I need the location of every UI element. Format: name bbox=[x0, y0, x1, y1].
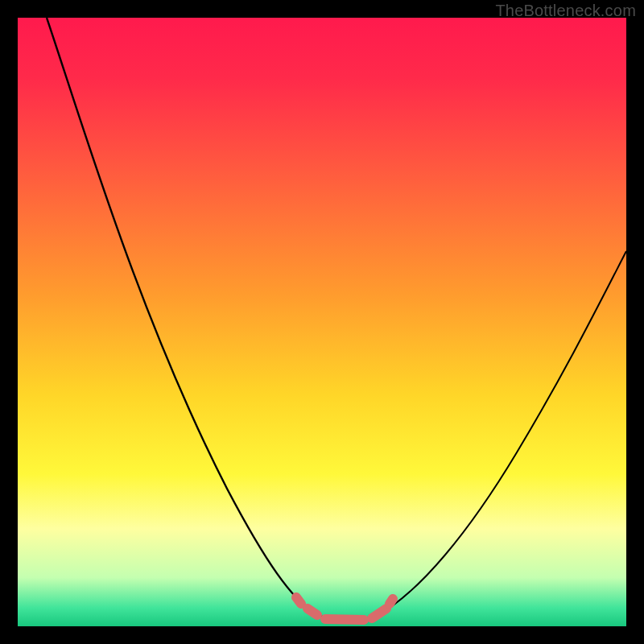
curve-layer bbox=[18, 18, 626, 626]
bottleneck-curve-right bbox=[378, 251, 626, 615]
chart-frame: TheBottleneck.com bbox=[0, 0, 644, 644]
svg-line-4 bbox=[390, 599, 393, 604]
svg-line-3 bbox=[372, 609, 386, 618]
highlight-minimum-dots bbox=[296, 597, 393, 620]
svg-line-1 bbox=[308, 609, 317, 615]
bottleneck-curve-left bbox=[47, 18, 314, 613]
svg-line-2 bbox=[325, 619, 364, 620]
svg-line-0 bbox=[296, 597, 301, 604]
plot-area bbox=[18, 18, 626, 626]
